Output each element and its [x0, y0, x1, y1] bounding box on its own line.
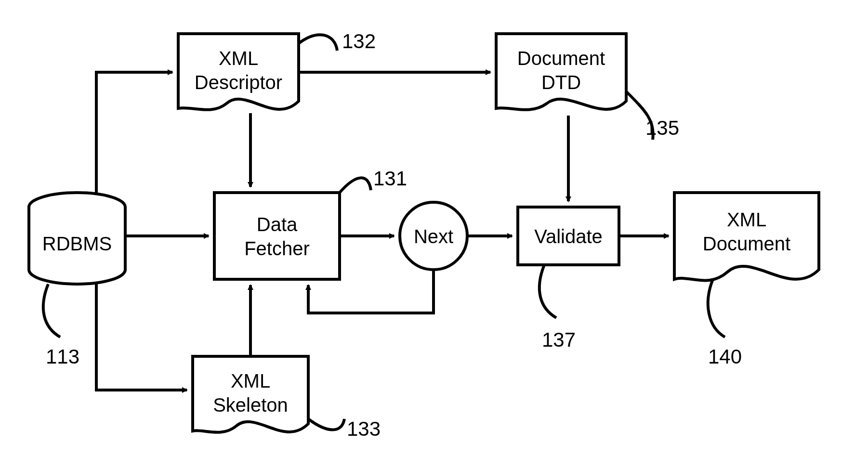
ref-131: 131 — [373, 167, 407, 190]
node-document-dtd: Document DTD — [496, 34, 626, 110]
data-fetcher-line1: Data — [257, 214, 298, 235]
xml-skeleton-line1: XML — [231, 370, 270, 391]
ref-133: 133 — [347, 417, 381, 440]
next-label: Next — [414, 226, 453, 247]
ref-137: 137 — [542, 328, 576, 351]
xml-descriptor-line2: Descriptor — [195, 72, 282, 93]
arrow-rdbms-to-descriptor — [96, 72, 172, 195]
ref-132: 132 — [342, 30, 376, 52]
data-fetcher-line2: Fetcher — [244, 238, 310, 259]
node-next: Next — [400, 202, 467, 270]
node-rdbms: RDBMS — [29, 193, 125, 284]
validate-label: Validate — [534, 226, 603, 247]
xml-document-line2: Document — [703, 233, 790, 254]
ref-140: 140 — [708, 345, 742, 368]
node-xml-document: XML Document — [674, 193, 819, 281]
rdbms-label: RDBMS — [42, 233, 112, 254]
node-validate: Validate — [518, 207, 619, 265]
flow-diagram: RDBMS 113 XML Descriptor 132 Document DT… — [0, 0, 868, 469]
node-data-fetcher: Data Fetcher — [214, 193, 340, 279]
ref-135: 135 — [645, 117, 679, 139]
xml-descriptor-line1: XML — [219, 48, 258, 69]
ref-113: 113 — [46, 345, 79, 368]
arrow-rdbms-to-skeleton — [96, 284, 187, 390]
document-dtd-line2: DTD — [541, 72, 581, 93]
document-dtd-line1: Document — [517, 48, 605, 69]
node-xml-descriptor: XML Descriptor — [178, 34, 299, 110]
xml-skeleton-line2: Skeleton — [213, 394, 288, 416]
xml-document-line1: XML — [727, 209, 766, 230]
svg-rect-1 — [214, 193, 340, 279]
node-xml-skeleton: XML Skeleton — [193, 356, 308, 432]
